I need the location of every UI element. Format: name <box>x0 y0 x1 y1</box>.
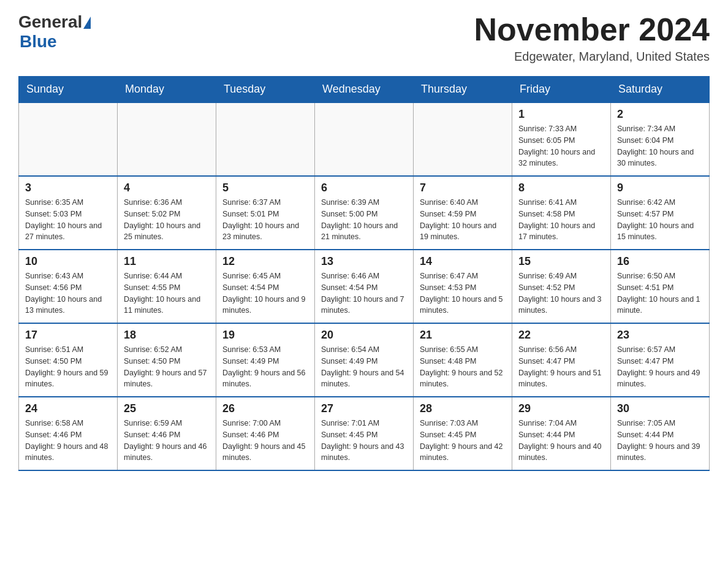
cell-info: Sunrise: 6:44 AMSunset: 4:55 PMDaylight:… <box>124 270 210 316</box>
calendar-week-1: 1Sunrise: 7:33 AMSunset: 6:05 PMDaylight… <box>19 102 710 176</box>
cell-day-number: 30 <box>617 402 703 415</box>
cell-info: Sunrise: 7:03 AMSunset: 4:45 PMDaylight:… <box>420 418 506 464</box>
calendar-cell: 21Sunrise: 6:55 AMSunset: 4:48 PMDayligh… <box>414 323 512 397</box>
cell-info: Sunrise: 6:59 AMSunset: 4:46 PMDaylight:… <box>124 418 210 464</box>
cell-info: Sunrise: 6:39 AMSunset: 5:00 PMDaylight:… <box>321 197 407 243</box>
calendar-cell: 2Sunrise: 7:34 AMSunset: 6:04 PMDaylight… <box>611 102 710 176</box>
cell-info: Sunrise: 6:40 AMSunset: 4:59 PMDaylight:… <box>420 197 506 243</box>
calendar-cell <box>414 102 512 176</box>
calendar-cell: 10Sunrise: 6:43 AMSunset: 4:56 PMDayligh… <box>19 250 118 323</box>
cell-info: Sunrise: 6:52 AMSunset: 4:50 PMDaylight:… <box>124 344 210 390</box>
cell-info: Sunrise: 7:05 AMSunset: 4:44 PMDaylight:… <box>617 418 703 464</box>
cell-info: Sunrise: 6:51 AMSunset: 4:50 PMDaylight:… <box>25 344 111 390</box>
weekday-header-wednesday: Wednesday <box>315 77 414 103</box>
title-area: November 2024 Edgewater, Maryland, Unite… <box>474 12 710 64</box>
cell-day-number: 29 <box>518 402 604 415</box>
cell-day-number: 19 <box>222 329 308 342</box>
cell-day-number: 4 <box>124 182 210 194</box>
calendar-cell: 11Sunrise: 6:44 AMSunset: 4:55 PMDayligh… <box>118 250 216 323</box>
location: Edgewater, Maryland, United States <box>474 50 710 64</box>
cell-info: Sunrise: 6:42 AMSunset: 4:57 PMDaylight:… <box>617 197 703 243</box>
calendar-cell: 12Sunrise: 6:45 AMSunset: 4:54 PMDayligh… <box>216 250 315 323</box>
logo-arrow-icon <box>83 17 91 29</box>
calendar-header: SundayMondayTuesdayWednesdayThursdayFrid… <box>19 77 710 103</box>
cell-day-number: 9 <box>617 182 703 194</box>
calendar-week-3: 10Sunrise: 6:43 AMSunset: 4:56 PMDayligh… <box>19 250 710 323</box>
cell-day-number: 26 <box>222 402 308 415</box>
header: General Blue November 2024 Edgewater, Ma… <box>18 12 710 64</box>
cell-info: Sunrise: 6:49 AMSunset: 4:52 PMDaylight:… <box>518 270 604 316</box>
cell-info: Sunrise: 6:45 AMSunset: 4:54 PMDaylight:… <box>222 270 308 316</box>
calendar-cell: 27Sunrise: 7:01 AMSunset: 4:45 PMDayligh… <box>315 397 414 470</box>
calendar-cell: 29Sunrise: 7:04 AMSunset: 4:44 PMDayligh… <box>512 397 611 470</box>
calendar-week-2: 3Sunrise: 6:35 AMSunset: 5:03 PMDaylight… <box>19 176 710 250</box>
cell-day-number: 11 <box>124 255 210 268</box>
cell-info: Sunrise: 6:35 AMSunset: 5:03 PMDaylight:… <box>25 197 111 243</box>
cell-info: Sunrise: 6:36 AMSunset: 5:02 PMDaylight:… <box>124 197 210 243</box>
weekday-header-thursday: Thursday <box>414 77 512 103</box>
calendar-cell <box>315 102 414 176</box>
cell-day-number: 5 <box>222 182 308 194</box>
weekday-header-tuesday: Tuesday <box>216 77 315 103</box>
cell-day-number: 10 <box>25 255 111 268</box>
cell-day-number: 18 <box>124 329 210 342</box>
logo: General Blue <box>18 12 91 52</box>
calendar-cell: 13Sunrise: 6:46 AMSunset: 4:54 PMDayligh… <box>315 250 414 323</box>
weekday-header-sunday: Sunday <box>19 77 118 103</box>
cell-day-number: 3 <box>25 182 111 194</box>
cell-info: Sunrise: 7:34 AMSunset: 6:04 PMDaylight:… <box>617 123 703 169</box>
cell-day-number: 17 <box>25 329 111 342</box>
cell-info: Sunrise: 6:58 AMSunset: 4:46 PMDaylight:… <box>25 418 111 464</box>
cell-day-number: 16 <box>617 255 703 268</box>
cell-day-number: 27 <box>321 402 407 415</box>
calendar-cell: 18Sunrise: 6:52 AMSunset: 4:50 PMDayligh… <box>118 323 216 397</box>
cell-info: Sunrise: 6:54 AMSunset: 4:49 PMDaylight:… <box>321 344 407 390</box>
calendar-cell: 8Sunrise: 6:41 AMSunset: 4:58 PMDaylight… <box>512 176 611 250</box>
calendar-cell: 24Sunrise: 6:58 AMSunset: 4:46 PMDayligh… <box>19 397 118 470</box>
logo-general-text: General <box>18 12 82 32</box>
cell-info: Sunrise: 6:47 AMSunset: 4:53 PMDaylight:… <box>420 270 506 316</box>
calendar-cell: 25Sunrise: 6:59 AMSunset: 4:46 PMDayligh… <box>118 397 216 470</box>
cell-day-number: 22 <box>518 329 604 342</box>
calendar-cell: 5Sunrise: 6:37 AMSunset: 5:01 PMDaylight… <box>216 176 315 250</box>
month-title: November 2024 <box>474 12 710 47</box>
calendar-cell: 17Sunrise: 6:51 AMSunset: 4:50 PMDayligh… <box>19 323 118 397</box>
calendar-body: 1Sunrise: 7:33 AMSunset: 6:05 PMDaylight… <box>19 102 710 470</box>
calendar-cell: 20Sunrise: 6:54 AMSunset: 4:49 PMDayligh… <box>315 323 414 397</box>
cell-info: Sunrise: 6:55 AMSunset: 4:48 PMDaylight:… <box>420 344 506 390</box>
logo-blue-text: Blue <box>20 32 91 52</box>
calendar-cell: 19Sunrise: 6:53 AMSunset: 4:49 PMDayligh… <box>216 323 315 397</box>
cell-day-number: 2 <box>617 108 703 121</box>
weekday-header-row: SundayMondayTuesdayWednesdayThursdayFrid… <box>19 77 710 103</box>
cell-day-number: 24 <box>25 402 111 415</box>
calendar-cell: 30Sunrise: 7:05 AMSunset: 4:44 PMDayligh… <box>611 397 710 470</box>
cell-day-number: 15 <box>518 255 604 268</box>
cell-info: Sunrise: 7:01 AMSunset: 4:45 PMDaylight:… <box>321 418 407 464</box>
cell-info: Sunrise: 7:00 AMSunset: 4:46 PMDaylight:… <box>222 418 308 464</box>
weekday-header-saturday: Saturday <box>611 77 710 103</box>
cell-info: Sunrise: 7:33 AMSunset: 6:05 PMDaylight:… <box>518 123 604 169</box>
calendar-cell: 9Sunrise: 6:42 AMSunset: 4:57 PMDaylight… <box>611 176 710 250</box>
cell-info: Sunrise: 6:50 AMSunset: 4:51 PMDaylight:… <box>617 270 703 316</box>
calendar-cell <box>118 102 216 176</box>
cell-info: Sunrise: 6:46 AMSunset: 4:54 PMDaylight:… <box>321 270 407 316</box>
cell-info: Sunrise: 6:56 AMSunset: 4:47 PMDaylight:… <box>518 344 604 390</box>
cell-info: Sunrise: 6:43 AMSunset: 4:56 PMDaylight:… <box>25 270 111 316</box>
calendar-cell: 16Sunrise: 6:50 AMSunset: 4:51 PMDayligh… <box>611 250 710 323</box>
calendar-cell: 14Sunrise: 6:47 AMSunset: 4:53 PMDayligh… <box>414 250 512 323</box>
calendar-cell <box>19 102 118 176</box>
cell-day-number: 6 <box>321 182 407 194</box>
cell-info: Sunrise: 7:04 AMSunset: 4:44 PMDaylight:… <box>518 418 604 464</box>
cell-day-number: 13 <box>321 255 407 268</box>
calendar-week-5: 24Sunrise: 6:58 AMSunset: 4:46 PMDayligh… <box>19 397 710 470</box>
calendar-cell: 15Sunrise: 6:49 AMSunset: 4:52 PMDayligh… <box>512 250 611 323</box>
cell-info: Sunrise: 6:57 AMSunset: 4:47 PMDaylight:… <box>617 344 703 390</box>
calendar-week-4: 17Sunrise: 6:51 AMSunset: 4:50 PMDayligh… <box>19 323 710 397</box>
cell-day-number: 28 <box>420 402 506 415</box>
cell-day-number: 8 <box>518 182 604 194</box>
cell-day-number: 23 <box>617 329 703 342</box>
calendar-cell: 26Sunrise: 7:00 AMSunset: 4:46 PMDayligh… <box>216 397 315 470</box>
cell-day-number: 14 <box>420 255 506 268</box>
calendar-cell: 6Sunrise: 6:39 AMSunset: 5:00 PMDaylight… <box>315 176 414 250</box>
calendar-cell: 22Sunrise: 6:56 AMSunset: 4:47 PMDayligh… <box>512 323 611 397</box>
